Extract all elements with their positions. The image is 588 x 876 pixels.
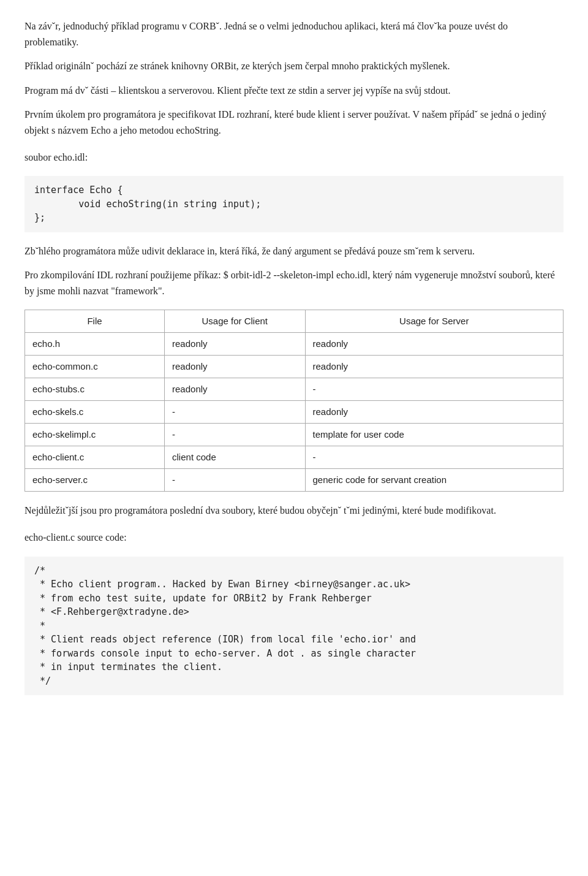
table-cell: generic code for servant creation — [305, 469, 563, 492]
files-table: File Usage for Client Usage for Server e… — [24, 310, 564, 492]
paragraph-2: Příklad originálnˇ pochází ze stránek kn… — [24, 58, 564, 74]
paragraph-7: Pro zkompilování IDL rozhraní použijeme … — [24, 267, 564, 299]
table-cell: template for user code — [305, 424, 563, 446]
table-row: echo-server.c-generic code for servant c… — [25, 469, 564, 492]
table-cell: echo-client.c — [25, 446, 165, 469]
idl-code-block: interface Echo { void echoString(in stri… — [24, 176, 564, 232]
paragraph-6: Zbˇhlého programátora může udivit deklar… — [24, 243, 564, 259]
table-cell: readonly — [165, 356, 305, 378]
table-cell: client code — [165, 446, 305, 469]
table-row: echo-skelimpl.c-template for user code — [25, 424, 564, 446]
table-row: echo-skels.c-readonly — [25, 401, 564, 424]
soubor-label: soubor echo.idl: — [24, 150, 564, 166]
paragraph-3: Program má dvˇ části – klientskou a serv… — [24, 83, 564, 99]
table-cell: readonly — [305, 356, 563, 378]
table-cell: echo.h — [25, 333, 165, 356]
table-cell: readonly — [165, 378, 305, 401]
table-cell: - — [305, 378, 563, 401]
source-code-label: echo-client.c source code: — [24, 530, 564, 546]
table-cell: echo-stubs.c — [25, 378, 165, 401]
table-cell: - — [165, 401, 305, 424]
table-cell: - — [165, 469, 305, 492]
table-header-file: File — [25, 310, 165, 333]
table-row: echo-common.creadonlyreadonly — [25, 356, 564, 378]
table-cell: echo-server.c — [25, 469, 165, 492]
paragraph-4: Prvním úkolem pro programátora je specif… — [24, 107, 564, 138]
table-cell: echo-common.c — [25, 356, 165, 378]
table-cell: readonly — [165, 333, 305, 356]
source-code-comment: /* * Echo client program.. Hacked by Ewa… — [24, 557, 564, 696]
table-cell: echo-skels.c — [25, 401, 165, 424]
table-row: echo-client.cclient code- — [25, 446, 564, 469]
table-cell: - — [165, 424, 305, 446]
table-row: echo-stubs.creadonly- — [25, 378, 564, 401]
table-header-client: Usage for Client — [165, 310, 305, 333]
table-row: echo.hreadonlyreadonly — [25, 333, 564, 356]
paragraph-8: Nejdůležitˇjší jsou pro programátora pos… — [24, 503, 564, 519]
table-cell: readonly — [305, 333, 563, 356]
paragraph-1: Na závˇr, jednoduchý příklad programu v … — [24, 18, 564, 50]
table-cell: - — [305, 446, 563, 469]
table-cell: readonly — [305, 401, 563, 424]
table-header-server: Usage for Server — [305, 310, 563, 333]
table-cell: echo-skelimpl.c — [25, 424, 165, 446]
